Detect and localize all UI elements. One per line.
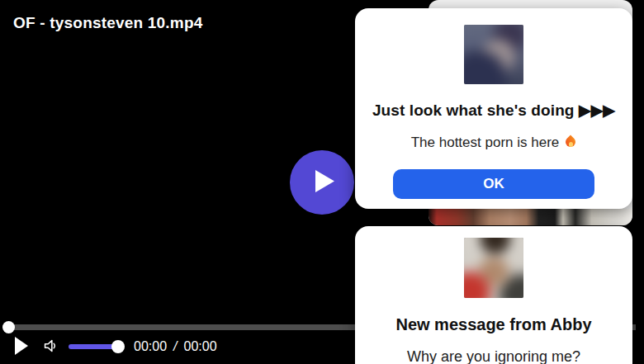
play-button[interactable] xyxy=(14,336,29,358)
message-heading: New message from Abby xyxy=(395,314,591,334)
seek-handle[interactable] xyxy=(2,321,15,333)
message-thumbnail[interactable] xyxy=(464,238,523,298)
time-display: 00:00 / 00:00 xyxy=(134,339,217,354)
play-icon xyxy=(309,168,336,196)
ad-thumbnail[interactable] xyxy=(464,25,523,84)
ad-subtext: The hottest porn is here xyxy=(411,135,577,151)
time-separator: / xyxy=(171,339,179,354)
play-icon xyxy=(14,346,29,358)
volume-low-icon xyxy=(41,345,59,357)
mute-button[interactable] xyxy=(41,337,59,357)
background-photo-strip xyxy=(429,209,632,225)
big-play-button[interactable] xyxy=(290,150,354,215)
volume-handle[interactable] xyxy=(111,340,125,353)
fire-icon xyxy=(565,136,576,149)
ad-popup: Just look what she's doing ▶▶▶ The hotte… xyxy=(355,8,632,209)
duration: 00:00 xyxy=(184,339,217,354)
video-player: OF - tysonsteven 10.mp4 Just look what s… xyxy=(0,0,644,364)
video-title: OF - tysonsteven 10.mp4 xyxy=(13,14,203,32)
message-popup: New message from Abby Why are you ignori… xyxy=(355,226,632,364)
ok-button[interactable]: OK xyxy=(393,169,594,199)
current-time: 00:00 xyxy=(134,339,167,354)
message-text: Why are you ignoring me? xyxy=(407,348,580,364)
ad-heading: Just look what she's doing ▶▶▶ xyxy=(372,102,615,121)
